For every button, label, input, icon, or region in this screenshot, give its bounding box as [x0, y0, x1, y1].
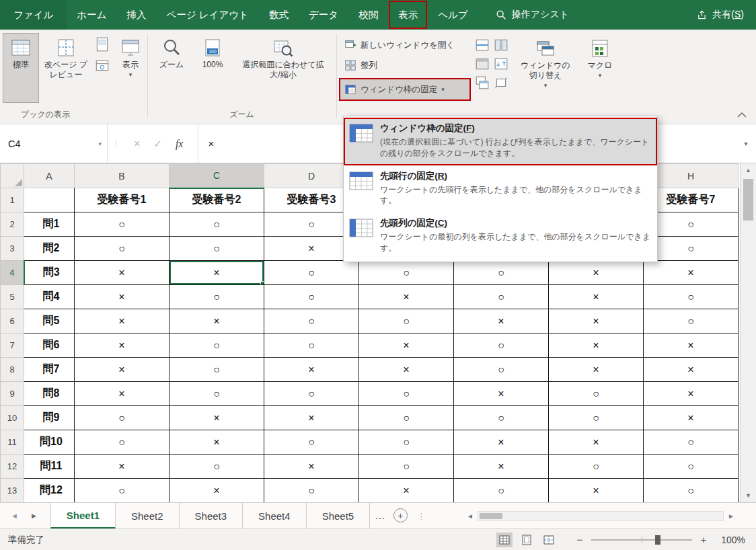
cell-B2[interactable]: ○ — [75, 212, 169, 237]
new-sheet-button[interactable]: + — [393, 508, 408, 522]
cell-D4[interactable]: ○ — [264, 261, 359, 285]
row-header-13[interactable]: 13 — [1, 479, 24, 503]
sheet-tab-sheet4[interactable]: Sheet4 — [243, 503, 307, 528]
cell-G7[interactable]: × — [549, 333, 644, 358]
menu-item-freeze-top-row[interactable]: 先頭行の固定(R) ワークシートの先頭行を表示したままで、他の部分をスクロールで… — [344, 165, 657, 213]
row-header-11[interactable]: 11 — [1, 430, 24, 455]
menu-item-freeze-panes[interactable]: ウィンドウ枠の固定(F) (現在の選択範囲に基づいて) 行および列を表示したまま… — [344, 118, 657, 165]
unhide-window-icon[interactable] — [475, 75, 490, 90]
cell-F4[interactable]: ○ — [454, 261, 549, 285]
cell-A2[interactable]: 問1 — [24, 212, 75, 237]
cell-A7[interactable]: 問6 — [24, 333, 75, 358]
freeze-panes-button[interactable]: ウィンドウ枠の固定 ▾ — [339, 78, 471, 101]
row-header-8[interactable]: 8 — [1, 358, 24, 382]
cell-D9[interactable]: ○ — [264, 382, 359, 406]
formula-bar-expand-icon[interactable]: ▾ — [736, 124, 756, 163]
tab-formulas[interactable]: 数式 — [259, 0, 299, 30]
cell-H6[interactable]: ○ — [644, 309, 739, 333]
cell-A1[interactable] — [24, 188, 75, 212]
sheet-tab-sheet2[interactable]: Sheet2 — [116, 503, 180, 528]
views-dropdown-button[interactable]: 表示 ▾ — [114, 33, 147, 103]
cell-B7[interactable]: × — [75, 333, 169, 358]
zoom-button[interactable]: ズーム — [152, 33, 191, 103]
cell-C3[interactable]: ○ — [169, 237, 264, 261]
cell-F8[interactable]: ○ — [454, 358, 549, 382]
cell-F10[interactable]: ○ — [454, 406, 549, 430]
row-header-3[interactable]: 3 — [1, 237, 24, 261]
scroll-right-icon[interactable]: ► — [724, 512, 739, 520]
zoom-slider-track[interactable] — [591, 539, 692, 541]
cell-H12[interactable]: ○ — [644, 455, 739, 479]
cell-F7[interactable]: ○ — [454, 333, 549, 358]
row-header-4[interactable]: 4 — [1, 261, 24, 285]
arrange-all-button[interactable]: 整列 — [340, 56, 381, 74]
cell-A12[interactable]: 問11 — [24, 455, 75, 479]
vertical-scrollbar[interactable]: ▲ ▼ — [740, 163, 756, 502]
normal-view-button[interactable]: 標準 — [3, 33, 39, 103]
cell-G4[interactable]: × — [549, 261, 644, 285]
cell-H11[interactable]: ○ — [644, 430, 739, 455]
cell-B10[interactable]: ○ — [75, 406, 169, 430]
cell-D6[interactable]: ○ — [264, 309, 359, 333]
cell-C11[interactable]: × — [169, 430, 264, 455]
cell-F11[interactable]: × — [454, 430, 549, 455]
cell-C9[interactable]: ○ — [169, 382, 264, 406]
cell-E4[interactable]: ○ — [359, 261, 454, 285]
fill-handle[interactable] — [260, 281, 264, 285]
cell-F12[interactable]: × — [454, 455, 549, 479]
column-header-B[interactable]: B — [75, 164, 169, 188]
tab-view[interactable]: 表示 — [388, 0, 428, 30]
sheet-tab-sheet5[interactable]: Sheet5 — [307, 503, 371, 528]
cell-A5[interactable]: 問4 — [24, 285, 75, 309]
cell-B6[interactable]: × — [75, 309, 169, 333]
cell-A4[interactable]: 問3 — [24, 261, 75, 285]
cell-A13[interactable]: 問12 — [24, 479, 75, 503]
vertical-scrollbar-thumb[interactable] — [743, 179, 753, 221]
chevron-down-icon[interactable]: ▾ — [98, 141, 102, 147]
cell-F5[interactable]: ○ — [454, 285, 549, 309]
custom-views-icon[interactable] — [94, 58, 110, 74]
menu-item-freeze-first-column[interactable]: 先頭列の固定(C) ワークシートの最初の列を表示したままで、他の部分をスクロール… — [344, 212, 657, 260]
tab-data[interactable]: データ — [299, 0, 348, 30]
column-header-A[interactable]: A — [24, 164, 75, 188]
switch-windows-button[interactable]: ウィンドウの切り替え ▾ — [514, 34, 577, 104]
sheet-tab-sheet3[interactable]: Sheet3 — [180, 503, 243, 528]
cell-E9[interactable]: ○ — [359, 382, 454, 406]
cell-F9[interactable]: × — [454, 382, 549, 406]
cell-E6[interactable]: ○ — [359, 309, 454, 333]
horizontal-scrollbar[interactable]: ◄ ► — [463, 503, 739, 528]
split-icon[interactable] — [475, 38, 490, 52]
name-box[interactable]: C4 ▾ — [0, 124, 108, 163]
cell-C2[interactable]: ○ — [169, 212, 264, 237]
cell-E7[interactable]: × — [359, 333, 454, 358]
cell-C1[interactable]: 受験番号2 — [169, 188, 264, 212]
normal-view-shortcut-icon[interactable] — [496, 533, 513, 547]
cell-G8[interactable]: × — [549, 358, 644, 382]
zoom-in-button[interactable]: + — [699, 534, 708, 545]
hide-window-icon[interactable] — [475, 56, 490, 71]
cell-C7[interactable]: ○ — [169, 333, 264, 358]
zoom-out-button[interactable]: − — [575, 534, 584, 545]
cell-E12[interactable]: ○ — [359, 455, 454, 479]
tab-page-layout[interactable]: ページ レイアウト — [157, 0, 259, 30]
cell-B3[interactable]: ○ — [75, 237, 169, 261]
row-header-5[interactable]: 5 — [1, 285, 24, 309]
cell-D11[interactable]: ○ — [264, 430, 359, 455]
cell-E13[interactable]: × — [359, 479, 454, 503]
cell-H10[interactable]: × — [644, 406, 739, 430]
cell-H7[interactable]: × — [644, 333, 739, 358]
cell-B5[interactable]: × — [75, 285, 169, 309]
cell-F13[interactable]: ○ — [454, 479, 549, 503]
cell-F6[interactable]: × — [454, 309, 549, 333]
sheet-nav-prev-icon[interactable]: ◄ — [0, 503, 24, 528]
enter-icon[interactable]: ✓ — [153, 138, 162, 150]
cell-G12[interactable]: ○ — [549, 455, 644, 479]
row-header-6[interactable]: 6 — [1, 309, 24, 333]
cell-E10[interactable]: ○ — [359, 406, 454, 430]
cell-H8[interactable]: × — [644, 358, 739, 382]
cell-D13[interactable]: ○ — [264, 479, 359, 503]
cancel-icon[interactable]: × — [134, 138, 140, 150]
page-layout-shortcut-icon[interactable] — [519, 533, 535, 547]
page-layout-view-icon[interactable] — [94, 36, 110, 52]
row-header-12[interactable]: 12 — [1, 455, 24, 479]
